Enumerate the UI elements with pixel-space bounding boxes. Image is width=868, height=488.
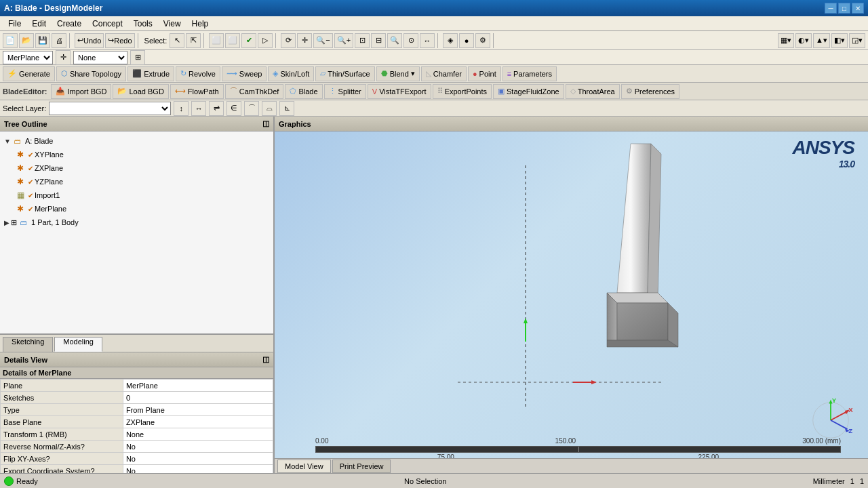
sketch-tool2[interactable]: ↔ [191, 101, 206, 116]
redo-button[interactable]: ↪ Redo [105, 33, 134, 48]
zoom-rect-button[interactable]: ⊟ [371, 33, 386, 48]
blend-button[interactable]: ⬣ Blend ▾ [376, 66, 420, 81]
maximize-button[interactable]: □ [838, 3, 850, 14]
zoom-fit-button[interactable]: ⊡ [355, 33, 370, 48]
sketch-tool6[interactable]: ⌓ [262, 101, 277, 116]
menu-create[interactable]: Create [52, 18, 87, 30]
stage-fluid-zone-icon: ▣ [498, 87, 505, 96]
preferences-button[interactable]: ⚙ Preferences [621, 84, 679, 99]
details-pin-icon[interactable]: ◫ [262, 355, 269, 364]
details-table: PlaneMerPlaneSketches0TypeFrom PlaneBase… [0, 379, 273, 477]
light-mode[interactable]: ◧▾ [831, 33, 848, 48]
details-section-title: Details of MerPlane [0, 367, 273, 379]
details-view-header: Details View ◫ [0, 352, 273, 367]
tree-item-yzplane[interactable]: ✱ ✔ YZPlane [1, 175, 272, 188]
generate-icon: ⚡ [7, 69, 17, 78]
undo-button[interactable]: ↩ Undo [75, 33, 104, 48]
render-mode[interactable]: ◲▾ [849, 33, 865, 48]
select-mode2[interactable]: ⇱ [186, 33, 201, 48]
color-mode[interactable]: ◐▾ [795, 33, 812, 48]
status-circle-icon [4, 476, 14, 486]
menu-tools[interactable]: Tools [128, 18, 158, 30]
print-button[interactable]: 🖨 [52, 33, 66, 48]
close-button[interactable]: ✕ [852, 3, 864, 14]
view-tool2[interactable]: ↔ [420, 33, 435, 48]
tree-pin-icon[interactable]: ◫ [262, 119, 269, 128]
view-tab-print[interactable]: Print Preview [332, 460, 391, 473]
scale-val-0: 0.00 [315, 437, 328, 445]
splitter-icon: ⋮ [329, 87, 336, 96]
sketch-tools-button[interactable]: ↕ [174, 101, 189, 116]
tree-item-part[interactable]: ▶ ⊞ 🗃 1 Part, 1 Body [1, 216, 272, 229]
pan-button[interactable]: ✛ [297, 33, 312, 48]
tab-modeling[interactable]: Modeling [54, 337, 102, 352]
tool3[interactable]: ✔ [241, 33, 256, 48]
generate-button[interactable]: ⚡ Generate [3, 66, 55, 81]
vista-tf-export-button[interactable]: V VistaTFExport [368, 84, 431, 99]
load-bgd-button[interactable]: 📂 Load BGD [113, 84, 168, 99]
import-bgd-button[interactable]: 📥 Import BGD [51, 84, 111, 99]
select-arrow[interactable]: ↖ [170, 33, 184, 48]
menu-file[interactable]: File [3, 18, 26, 30]
rotate-button[interactable]: ⟳ [281, 33, 296, 48]
view-more[interactable]: ⚙ [475, 33, 490, 48]
view-tab-model[interactable]: Model View [277, 460, 331, 473]
zoom-in-button[interactable]: 🔍+ [334, 33, 353, 48]
view-display[interactable]: ● [459, 33, 474, 48]
sketch-tool3[interactable]: ⇌ [209, 101, 224, 116]
tree-item-blade-root[interactable]: ▼ 🗃 A: Blade [1, 134, 272, 148]
details-row: Flip XY-Axes?No [1, 453, 273, 465]
edge-mode[interactable]: ▲▾ [813, 33, 830, 48]
menu-view[interactable]: View [158, 18, 186, 30]
sketch-tool4[interactable]: ∈ [226, 101, 241, 116]
chamfer-button[interactable]: ◺ Chamfer [421, 66, 467, 81]
export-points-button[interactable]: ⠿ ExportPoints [433, 84, 492, 99]
plane-orient-button[interactable]: ✛ [56, 50, 71, 65]
tree-item-import1[interactable]: ▦ ✔ Import1 [1, 188, 272, 202]
tree-xyplane-label: XYPlane [35, 150, 64, 159]
view-iso[interactable]: ◈ [443, 33, 458, 48]
skin-loft-button[interactable]: ◈ Skin/Loft [268, 66, 314, 81]
details-value: ZXPlane [123, 416, 273, 428]
blade-button[interactable]: ⬠ Blade [285, 84, 322, 99]
none-dropdown[interactable]: None [73, 51, 127, 64]
svg-marker-6 [607, 340, 678, 347]
menu-edit[interactable]: Edit [26, 18, 52, 30]
tool2[interactable]: ⬜ [225, 33, 240, 48]
zoom-full[interactable]: 🔍 [387, 33, 402, 48]
point-button[interactable]: ● Point [468, 66, 501, 81]
tree-item-xyplane[interactable]: ✱ ✔ XYPlane [1, 148, 272, 161]
splitter-button[interactable]: ⋮ Splitter [324, 84, 366, 99]
menu-concept[interactable]: Concept [87, 18, 128, 30]
tree-item-merplane[interactable]: ✱ ✔ MerPlane [1, 202, 272, 216]
view-tool1[interactable]: ⊙ [403, 33, 418, 48]
sweep-button[interactable]: ⟿ Sweep [222, 66, 267, 81]
details-row: Transform 1 (RMB)None [1, 428, 273, 441]
tool1[interactable]: ⬜ [209, 33, 224, 48]
sketch-tool5[interactable]: ⌒ [244, 101, 259, 116]
plane-dropdown[interactable]: MerPlane XYPlane ZXPlane YZPlane [3, 51, 53, 64]
parameters-button[interactable]: ≡ Parameters [502, 66, 557, 81]
thin-surface-button[interactable]: ▱ Thin/Surface [315, 66, 374, 81]
share-topology-button[interactable]: ⬡ Share Topology [56, 66, 126, 81]
tree-item-zxplane[interactable]: ✱ ✔ ZXPlane [1, 161, 272, 175]
sketch-tool7[interactable]: ⊾ [279, 101, 294, 116]
tab-sketching[interactable]: Sketching [3, 337, 53, 352]
stage-fluid-zone-button[interactable]: ▣ StageFluidZone [493, 84, 564, 99]
open-button[interactable]: 📂 [19, 33, 34, 48]
menu-help[interactable]: Help [186, 18, 214, 30]
layer-dropdown[interactable] [49, 102, 171, 115]
display-mode[interactable]: ▦▾ [778, 33, 794, 48]
zoom-out-button[interactable]: 🔍− [313, 33, 332, 48]
revolve-button[interactable]: ↻ Revolve [176, 66, 220, 81]
tool4[interactable]: ▷ [258, 33, 273, 48]
minimize-button[interactable]: ─ [825, 3, 837, 14]
svg-text:X: X [848, 406, 853, 413]
extrude-button[interactable]: ⬛ Extrude [127, 66, 174, 81]
save-button[interactable]: 💾 [35, 33, 50, 48]
throat-area-button[interactable]: ◇ ThroatArea [566, 84, 620, 99]
flow-path-button[interactable]: ⟷ FlowPath [170, 84, 224, 99]
cam-thk-def-button[interactable]: ⌒ CamThkDef [225, 84, 284, 99]
new-button[interactable]: 📄 [3, 33, 18, 48]
plane-extra-button[interactable]: ⊞ [130, 50, 145, 65]
